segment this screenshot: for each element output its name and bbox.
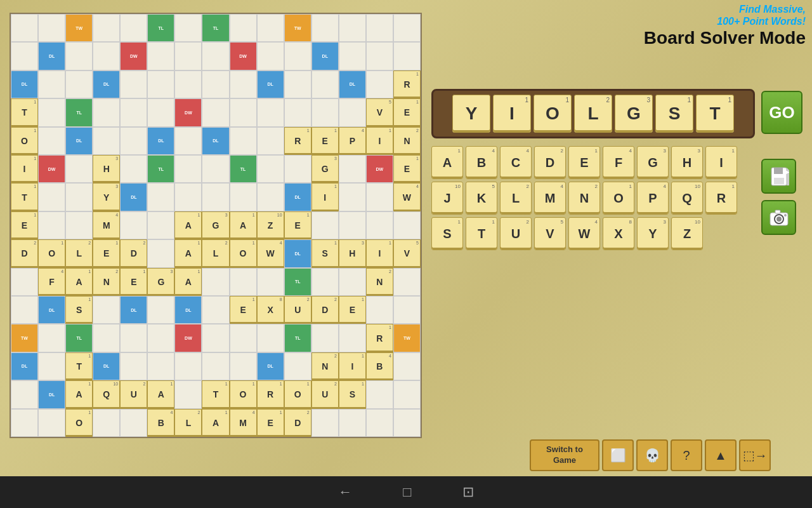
board-cell[interactable] [93, 409, 120, 437]
board-cell[interactable]: E1 [284, 211, 311, 239]
board-cell[interactable] [11, 42, 38, 70]
keyboard-key[interactable]: J10 [431, 182, 463, 215]
keyboard-key[interactable]: L2 [500, 182, 532, 215]
board-cell[interactable] [311, 98, 339, 126]
board-cell[interactable]: E1 [230, 296, 257, 324]
board-cell[interactable]: D2 [284, 409, 311, 437]
keyboard-key[interactable]: Z10 [671, 217, 703, 250]
board-cell[interactable] [147, 352, 174, 380]
keyboard-key[interactable]: D2 [534, 146, 566, 179]
keyboard-key[interactable]: P4 [637, 182, 669, 215]
board-cell[interactable]: D2 [11, 239, 38, 267]
board-cell[interactable]: DL [174, 296, 202, 324]
board-cell[interactable]: O1 [284, 380, 311, 408]
board-cell[interactable] [120, 352, 147, 380]
board-cell[interactable]: DW [230, 42, 257, 70]
board-cell[interactable] [257, 268, 284, 296]
board-cell[interactable] [311, 70, 339, 98]
board-cell[interactable]: U2 [120, 380, 147, 408]
go-button[interactable]: GO [761, 91, 802, 134]
board-cell[interactable]: T1 [11, 183, 38, 211]
board-cell[interactable]: TL [147, 155, 174, 183]
board-cell[interactable] [202, 42, 229, 70]
board-cell[interactable] [120, 14, 147, 42]
board-cell[interactable] [366, 296, 393, 324]
board-cell[interactable] [339, 98, 366, 126]
keyboard-key[interactable]: Q10 [671, 182, 703, 215]
board-cell[interactable] [93, 14, 120, 42]
board-cell[interactable]: N2 [311, 352, 339, 380]
board-cell[interactable] [366, 183, 393, 211]
board-cell[interactable] [230, 14, 257, 42]
board-cell[interactable]: DL [65, 127, 93, 155]
board-cell[interactable]: DL [284, 183, 311, 211]
board-cell[interactable]: DL [38, 296, 65, 324]
keyboard-key[interactable]: S1 [431, 217, 463, 250]
board-cell[interactable]: A1 [65, 380, 93, 408]
board-cell[interactable]: E1 [120, 268, 147, 296]
tile-rack[interactable]: YI1O1L2G3S1T1 [431, 89, 755, 138]
board-cell[interactable]: TW [284, 14, 311, 42]
board-cell[interactable] [393, 211, 421, 239]
board-cell[interactable] [174, 352, 202, 380]
board-cell[interactable] [11, 268, 38, 296]
board-cell[interactable] [366, 42, 393, 70]
keyboard-key[interactable]: B4 [466, 146, 497, 179]
board-cell[interactable]: TL [284, 324, 311, 352]
keyboard-key[interactable]: I1 [705, 146, 737, 179]
board-cell[interactable]: DL [11, 352, 38, 380]
board-cell[interactable] [311, 211, 339, 239]
board-cell[interactable] [202, 98, 229, 126]
board-cell[interactable] [202, 296, 229, 324]
keyboard-key[interactable]: F4 [603, 146, 634, 179]
board-cell[interactable] [93, 296, 120, 324]
board-cell[interactable]: S1 [339, 380, 366, 408]
board-cell[interactable]: W4 [257, 239, 284, 267]
board-cell[interactable] [65, 42, 93, 70]
board-cell[interactable]: O1 [11, 127, 38, 155]
help-button[interactable]: ? [671, 439, 702, 471]
board-cell[interactable]: N2 [366, 268, 393, 296]
board-cell[interactable]: DW [174, 324, 202, 352]
board-cell[interactable]: O1 [230, 239, 257, 267]
board-cell[interactable] [257, 324, 284, 352]
board-cell[interactable]: TL [65, 98, 93, 126]
board-cell[interactable] [230, 324, 257, 352]
board-cell[interactable] [311, 268, 339, 296]
board-cell[interactable] [93, 98, 120, 126]
board-cell[interactable]: T1 [65, 352, 93, 380]
board-cell[interactable] [366, 380, 393, 408]
keyboard-key[interactable]: A1 [431, 146, 463, 179]
save-button[interactable]: ▶ [761, 159, 796, 194]
board-cell[interactable] [366, 70, 393, 98]
keyboard-key[interactable]: N2 [568, 182, 600, 215]
keyboard-key[interactable]: X8 [603, 217, 634, 250]
board-cell[interactable]: R1 [393, 70, 421, 98]
board-cell[interactable]: H3 [339, 239, 366, 267]
board-cell[interactable] [65, 70, 93, 98]
board-cell[interactable] [11, 14, 38, 42]
board-cell[interactable]: DL [202, 127, 229, 155]
board-cell[interactable] [202, 155, 229, 183]
board-cell[interactable] [147, 98, 174, 126]
board-cell[interactable] [202, 324, 229, 352]
board-cell[interactable] [65, 155, 93, 183]
keyboard-key[interactable]: O1 [603, 182, 634, 215]
keyboard-key[interactable]: G3 [637, 146, 669, 179]
back-nav-button[interactable]: ← [338, 484, 352, 500]
board-cell[interactable]: TL [65, 324, 93, 352]
board-cell[interactable]: W4 [393, 183, 421, 211]
board-cell[interactable]: E1 [93, 239, 120, 267]
board-cell[interactable]: A1 [65, 268, 93, 296]
board-cell[interactable]: TL [284, 268, 311, 296]
board-cell[interactable] [38, 14, 65, 42]
keyboard-key[interactable]: W4 [568, 217, 600, 250]
board-cell[interactable]: M4 [230, 409, 257, 437]
board-cell[interactable] [147, 324, 174, 352]
board-cell[interactable] [120, 155, 147, 183]
board-cell[interactable] [393, 409, 421, 437]
board-cell[interactable] [230, 98, 257, 126]
keyboard-key[interactable]: Y3 [637, 217, 669, 250]
board-cell[interactable] [339, 155, 366, 183]
board-cell[interactable] [202, 352, 229, 380]
